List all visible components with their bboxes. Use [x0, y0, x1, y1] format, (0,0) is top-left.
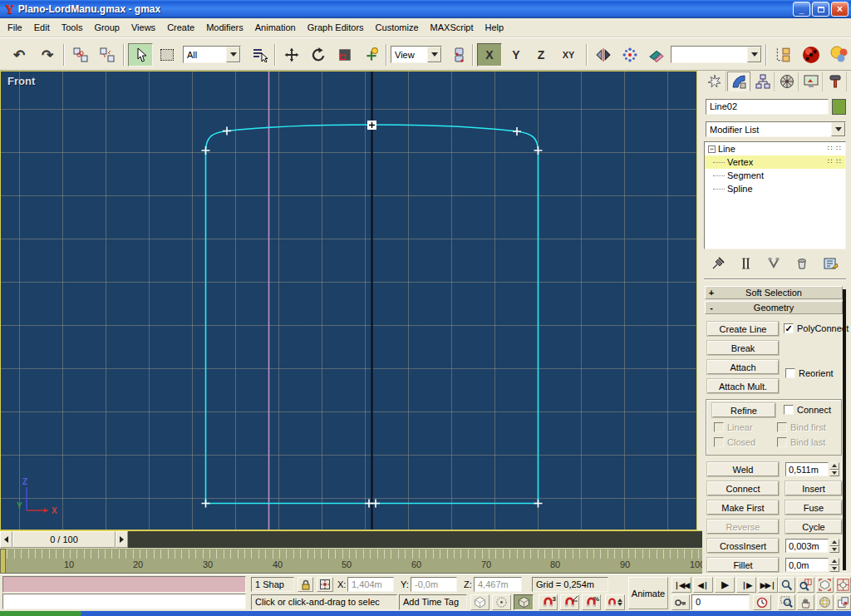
- time-slider-prev-button[interactable]: [0, 531, 12, 548]
- dotted-sphere-button[interactable]: [492, 594, 511, 610]
- arc-rotate-button[interactable]: [816, 594, 834, 610]
- spinner-up[interactable]: [829, 462, 839, 470]
- zoom-button[interactable]: [778, 577, 795, 593]
- spinner-snap-toggle-button[interactable]: [605, 594, 625, 610]
- panel-scrollbar[interactable]: [843, 289, 846, 570]
- z-coordinate-field[interactable]: 4,467m: [474, 577, 522, 592]
- menu-graph-editors[interactable]: Graph Editors: [302, 19, 370, 36]
- pin-stack-icon[interactable]: [711, 257, 725, 270]
- percent-snap-toggle-button[interactable]: %: [582, 594, 601, 610]
- animate-button[interactable]: Animate: [628, 577, 668, 609]
- polyconnect-checkbox[interactable]: PolyConnect: [784, 323, 849, 333]
- restore-button[interactable]: [812, 2, 829, 17]
- region-zoom-button[interactable]: [778, 594, 795, 610]
- stack-item-vertex[interactable]: Vertex ∷ ∷: [705, 155, 845, 169]
- menu-help[interactable]: Help: [480, 19, 510, 36]
- restrict-x-button[interactable]: X: [477, 43, 502, 67]
- min-max-toggle-button[interactable]: [835, 594, 851, 610]
- time-configuration-button[interactable]: [753, 594, 771, 610]
- attach-mult-button[interactable]: Attach Mult.: [707, 379, 779, 393]
- go-to-start-button[interactable]: ❘◀◀: [671, 577, 691, 593]
- stack-item-line[interactable]: − Line ∷ ∷: [705, 142, 845, 155]
- use-pivot-center-button[interactable]: [447, 43, 472, 67]
- dropdown-button[interactable]: [831, 122, 845, 136]
- fuse-button[interactable]: Fuse: [785, 500, 842, 515]
- object-color-swatch[interactable]: [832, 99, 846, 115]
- render-button[interactable]: [827, 43, 851, 67]
- select-by-name-button[interactable]: [248, 43, 273, 67]
- weld-button[interactable]: Weld: [707, 462, 779, 476]
- spinner-buttons[interactable]: [829, 558, 839, 572]
- spinner-up[interactable]: [829, 558, 839, 565]
- menu-customize[interactable]: Customize: [370, 19, 425, 36]
- menu-maxscript[interactable]: MAXScript: [425, 19, 480, 36]
- menu-animation[interactable]: Animation: [249, 19, 302, 36]
- select-object-button[interactable]: [128, 43, 153, 67]
- weld-threshold-value[interactable]: 0,511m: [785, 462, 829, 476]
- make-unique-icon[interactable]: [767, 257, 780, 270]
- configure-modifier-sets-icon[interactable]: [824, 257, 839, 270]
- fillet-value[interactable]: 0,0m: [785, 558, 829, 572]
- menu-edit[interactable]: Edit: [28, 19, 56, 36]
- restrict-z-button[interactable]: Z: [529, 43, 553, 67]
- mirror-button[interactable]: [591, 43, 616, 67]
- time-slider-handle[interactable]: 0 / 100: [12, 531, 116, 548]
- restrict-xy-plane-button[interactable]: XY: [554, 43, 583, 67]
- tab-create[interactable]: [703, 71, 726, 91]
- fillet-button[interactable]: Fillet: [707, 558, 779, 572]
- stack-item-spline[interactable]: Spline: [705, 182, 845, 195]
- selected-vertex[interactable]: [367, 121, 376, 130]
- x-coordinate-field[interactable]: 1,404m: [347, 577, 394, 592]
- make-first-button[interactable]: Make First: [707, 500, 779, 515]
- spinner-buttons[interactable]: [829, 539, 839, 553]
- dropdown-button[interactable]: [226, 47, 240, 62]
- connect-checkbox[interactable]: Connect: [784, 405, 831, 415]
- zoom-all-button[interactable]: [797, 577, 814, 593]
- select-and-link-button[interactable]: [68, 43, 93, 67]
- play-button[interactable]: ▶: [715, 577, 735, 593]
- add-time-tag[interactable]: Add Time Tag: [399, 594, 467, 610]
- break-button[interactable]: Break: [707, 341, 779, 355]
- absolute-mode-toggle[interactable]: [317, 577, 333, 592]
- unlink-selection-button[interactable]: [95, 43, 120, 67]
- tab-hierarchy[interactable]: [751, 71, 775, 91]
- previous-frame-button[interactable]: ◀❘: [693, 577, 713, 593]
- select-and-move-button[interactable]: [279, 43, 304, 67]
- next-frame-button[interactable]: ❘▶: [736, 577, 756, 593]
- menu-views[interactable]: Views: [125, 19, 161, 36]
- y-coordinate-field[interactable]: -0,0m: [411, 577, 457, 592]
- select-and-scale-button[interactable]: [332, 43, 357, 67]
- zoom-extents-button[interactable]: [816, 577, 834, 593]
- windows-taskbar-edge[interactable]: [0, 611, 851, 616]
- go-to-end-button[interactable]: ▶▶❘: [758, 577, 778, 593]
- align-button[interactable]: [644, 43, 669, 67]
- menu-group[interactable]: Group: [88, 19, 125, 36]
- close-button[interactable]: ×: [831, 2, 849, 17]
- menu-tools[interactable]: Tools: [56, 19, 89, 36]
- schematic-view-button[interactable]: [770, 43, 795, 67]
- stack-item-segment[interactable]: Segment: [705, 169, 845, 182]
- spinner-down[interactable]: [829, 565, 839, 573]
- refine-button[interactable]: Refine: [712, 403, 775, 417]
- cycle-button[interactable]: Cycle: [785, 520, 842, 534]
- key-mode-toggle-button[interactable]: [671, 594, 690, 610]
- dropdown-button[interactable]: [747, 47, 761, 62]
- selection-lock-toggle[interactable]: [298, 577, 313, 592]
- reference-coordinate-combo[interactable]: View: [391, 46, 442, 63]
- object-name-field[interactable]: Line02: [706, 99, 829, 115]
- attach-button[interactable]: Attach: [707, 360, 779, 374]
- minimize-button[interactable]: _: [793, 2, 810, 17]
- connect-button[interactable]: Connect: [707, 481, 779, 495]
- tab-modify[interactable]: [727, 71, 750, 91]
- remove-modifier-icon[interactable]: [795, 257, 809, 270]
- frame-0-marker[interactable]: [0, 549, 6, 574]
- select-and-rotate-button[interactable]: [306, 43, 331, 67]
- redo-button[interactable]: ↷: [35, 43, 60, 67]
- snap-toggle-3d-button[interactable]: 3: [539, 594, 558, 610]
- track-bar[interactable]: 10 20 30 40 50 60 70 80 90 100: [0, 548, 702, 574]
- insert-button[interactable]: Insert: [785, 481, 842, 495]
- undo-button[interactable]: ↶: [7, 43, 32, 67]
- array-button[interactable]: [617, 43, 642, 67]
- create-line-button[interactable]: Create Line: [707, 322, 779, 336]
- start-button-edge[interactable]: [0, 611, 81, 616]
